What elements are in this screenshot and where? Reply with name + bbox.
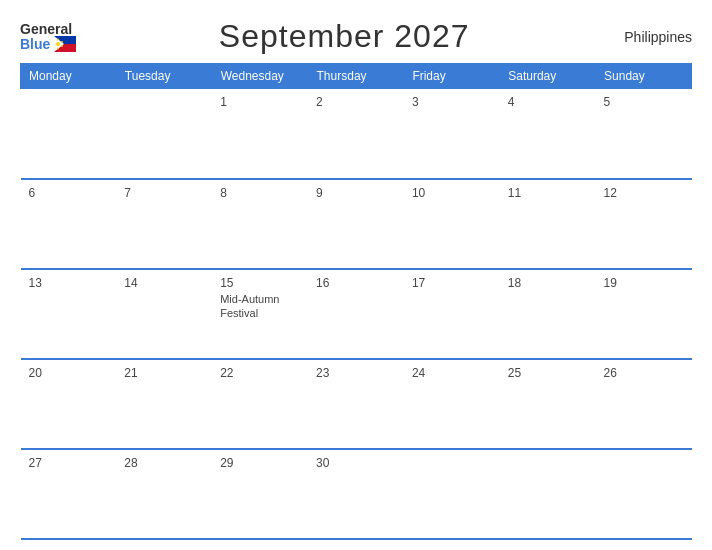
logo-general: General	[20, 22, 72, 36]
calendar-week-row: 6789101112	[21, 179, 692, 269]
calendar-cell: 19	[596, 269, 692, 359]
calendar-cell: 22	[212, 359, 308, 449]
calendar-cell: 3	[404, 89, 500, 179]
day-number: 15	[220, 276, 300, 290]
calendar-cell: 24	[404, 359, 500, 449]
day-number: 10	[412, 186, 492, 200]
event-label: Mid-Autumn Festival	[220, 292, 300, 321]
calendar-cell: 13	[21, 269, 117, 359]
header: General Blue Septem	[20, 18, 692, 55]
day-number: 26	[604, 366, 684, 380]
calendar-header: MondayTuesdayWednesdayThursdayFridaySatu…	[21, 64, 692, 89]
calendar-week-row: 12345	[21, 89, 692, 179]
calendar-cell: 8	[212, 179, 308, 269]
day-number: 24	[412, 366, 492, 380]
day-number: 17	[412, 276, 492, 290]
calendar-cell: 26	[596, 359, 692, 449]
calendar-cell: 10	[404, 179, 500, 269]
calendar-cell: 11	[500, 179, 596, 269]
flag-icon	[54, 36, 76, 52]
calendar-cell: 23	[308, 359, 404, 449]
calendar-cell: 27	[21, 449, 117, 539]
day-number: 27	[29, 456, 109, 470]
day-number: 12	[604, 186, 684, 200]
calendar-table: MondayTuesdayWednesdayThursdayFridaySatu…	[20, 63, 692, 540]
calendar-cell: 28	[116, 449, 212, 539]
day-number: 16	[316, 276, 396, 290]
weekday-header: Thursday	[308, 64, 404, 89]
weekday-header: Wednesday	[212, 64, 308, 89]
day-number: 14	[124, 276, 204, 290]
weekday-header: Saturday	[500, 64, 596, 89]
day-number: 21	[124, 366, 204, 380]
calendar-cell	[21, 89, 117, 179]
svg-point-6	[61, 45, 63, 47]
day-number: 25	[508, 366, 588, 380]
svg-point-7	[57, 47, 59, 49]
calendar-cell: 12	[596, 179, 692, 269]
weekday-header: Tuesday	[116, 64, 212, 89]
day-number: 3	[412, 95, 492, 109]
day-number: 22	[220, 366, 300, 380]
weekday-row: MondayTuesdayWednesdayThursdayFridaySatu…	[21, 64, 692, 89]
calendar-cell: 15Mid-Autumn Festival	[212, 269, 308, 359]
calendar-cell: 25	[500, 359, 596, 449]
day-number: 8	[220, 186, 300, 200]
month-title: September 2027	[76, 18, 612, 55]
weekday-header: Friday	[404, 64, 500, 89]
day-number: 29	[220, 456, 300, 470]
country-label: Philippines	[612, 29, 692, 45]
day-number: 19	[604, 276, 684, 290]
calendar-cell: 1	[212, 89, 308, 179]
logo: General Blue	[20, 22, 76, 52]
calendar-cell: 2	[308, 89, 404, 179]
day-number: 9	[316, 186, 396, 200]
calendar-cell: 7	[116, 179, 212, 269]
calendar-week-row: 27282930	[21, 449, 692, 539]
calendar-cell	[404, 449, 500, 539]
day-number: 23	[316, 366, 396, 380]
calendar-cell: 20	[21, 359, 117, 449]
day-number: 7	[124, 186, 204, 200]
calendar-week-row: 20212223242526	[21, 359, 692, 449]
calendar-cell: 17	[404, 269, 500, 359]
day-number: 13	[29, 276, 109, 290]
svg-point-5	[61, 41, 63, 43]
calendar-cell	[116, 89, 212, 179]
calendar-cell: 30	[308, 449, 404, 539]
day-number: 20	[29, 366, 109, 380]
calendar-cell: 6	[21, 179, 117, 269]
calendar-week-row: 131415Mid-Autumn Festival16171819	[21, 269, 692, 359]
calendar-cell: 21	[116, 359, 212, 449]
day-number: 5	[604, 95, 684, 109]
day-number: 4	[508, 95, 588, 109]
logo-blue: Blue	[20, 37, 50, 51]
day-number: 2	[316, 95, 396, 109]
calendar-body: 123456789101112131415Mid-Autumn Festival…	[21, 89, 692, 540]
calendar-cell	[500, 449, 596, 539]
weekday-header: Sunday	[596, 64, 692, 89]
calendar-cell: 5	[596, 89, 692, 179]
calendar-cell: 29	[212, 449, 308, 539]
day-number: 28	[124, 456, 204, 470]
calendar-cell	[596, 449, 692, 539]
calendar-cell: 14	[116, 269, 212, 359]
svg-point-3	[56, 42, 60, 46]
day-number: 18	[508, 276, 588, 290]
weekday-header: Monday	[21, 64, 117, 89]
calendar-cell: 4	[500, 89, 596, 179]
calendar-cell: 18	[500, 269, 596, 359]
svg-point-4	[57, 38, 59, 40]
day-number: 6	[29, 186, 109, 200]
calendar-cell: 16	[308, 269, 404, 359]
calendar-cell: 9	[308, 179, 404, 269]
day-number: 30	[316, 456, 396, 470]
day-number: 11	[508, 186, 588, 200]
calendar-page: General Blue Septem	[0, 0, 712, 550]
day-number: 1	[220, 95, 300, 109]
